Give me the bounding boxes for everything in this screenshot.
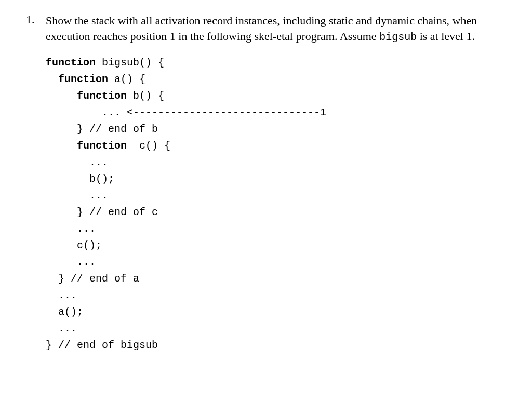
problem-container: 1. Show the stack with all activation re…	[26, 13, 506, 354]
code-block: function bigsub() { function a() { funct…	[46, 55, 506, 354]
code-text: b() {	[127, 90, 164, 102]
code-line: } // end of b	[46, 123, 158, 135]
code-line: ...	[46, 223, 96, 235]
code-line: ...	[46, 323, 77, 334]
problem-number: 1.	[26, 13, 36, 26]
keyword-function: function	[46, 57, 96, 69]
code-line: ...	[46, 289, 77, 301]
keyword-function: function	[77, 90, 127, 102]
problem-text: Show the stack with all activation recor…	[46, 13, 506, 44]
code-line: ...	[46, 156, 108, 168]
code-line: } // end of c	[46, 206, 158, 218]
code-text: bigsub() {	[96, 57, 164, 69]
code-line: ... <------------------------------1	[46, 106, 326, 118]
keyword-function: function	[58, 73, 108, 85]
code-text: a() {	[108, 73, 145, 85]
code-line: } // end of bigsub	[46, 339, 158, 351]
code-line: b();	[46, 173, 114, 185]
code-line: ...	[46, 256, 96, 268]
code-line: ...	[46, 190, 108, 202]
keyword-function: function	[77, 140, 127, 152]
inline-code: bigsub	[379, 31, 417, 43]
code-line: a();	[46, 306, 83, 318]
problem-text-after: is at level 1.	[417, 30, 475, 43]
problem-content: Show the stack with all activation recor…	[46, 13, 506, 354]
code-text: c() {	[127, 140, 170, 152]
code-line: c();	[46, 239, 102, 251]
code-line: } // end of a	[46, 273, 139, 285]
